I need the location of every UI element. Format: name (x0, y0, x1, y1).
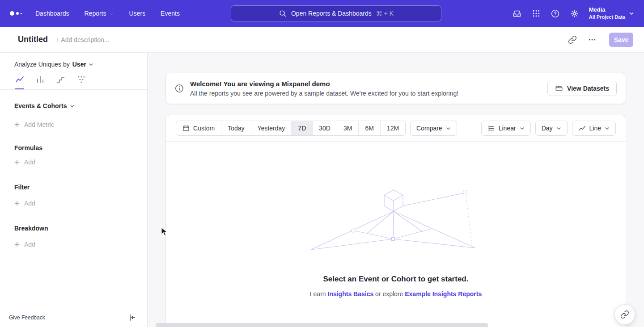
project-name: Media (589, 6, 625, 14)
banner-title: Welcome! You are viewing a Mixpanel demo (190, 80, 458, 88)
project-selector[interactable]: Media All Project Data (589, 6, 634, 20)
banner-subtitle: All the reports you see are powered by a… (190, 90, 458, 97)
link-icon (620, 310, 629, 319)
main-content: Welcome! You are viewing a Mixpanel demo… (148, 53, 644, 327)
add-breakdown-button[interactable]: Add (0, 241, 147, 248)
range-30d-button[interactable]: 30D (313, 121, 337, 135)
save-button[interactable]: Save (609, 33, 633, 47)
range-3m-button[interactable]: 3M (337, 121, 359, 135)
chevron-down-icon (605, 126, 610, 131)
plus-icon (14, 122, 20, 127)
range-6m-button[interactable]: 6M (359, 121, 380, 135)
interval-dropdown[interactable]: Day (535, 121, 568, 136)
apps-grid-icon[interactable] (532, 9, 541, 18)
metric-type-tabs (0, 68, 147, 90)
chevron-down-icon (109, 11, 114, 16)
line-chart-icon (578, 125, 586, 132)
formulas-section-title: Formulas (0, 144, 147, 151)
copy-link-icon[interactable] (566, 34, 579, 46)
calendar-icon (182, 125, 190, 132)
chevron-down-icon (556, 126, 561, 131)
plus-icon (14, 242, 20, 247)
report-card: Custom Today Yesterday 7D 30D 3M 6M 12M … (165, 115, 626, 327)
empty-state-illustration (311, 186, 481, 254)
range-custom-button[interactable]: Custom (176, 121, 221, 135)
add-metric-button[interactable]: Add Metric (0, 121, 147, 128)
global-search-input[interactable]: Open Reports & Dashboards ⌘ + K (231, 5, 441, 21)
horizontal-scrollbar[interactable] (156, 323, 488, 327)
add-formula-button[interactable]: Add (0, 159, 147, 166)
collapse-sidebar-icon[interactable] (128, 314, 136, 322)
chevron-down-icon (89, 62, 93, 67)
report-toolbar: Custom Today Yesterday 7D 30D 3M 6M 12M … (166, 115, 626, 142)
analyze-label: Analyze Uniques by (14, 61, 70, 68)
nav-item-dashboards[interactable]: Dashboards (35, 10, 69, 17)
report-header: Untitled + Add description... Save (0, 27, 644, 53)
share-link-fab[interactable] (614, 304, 635, 325)
report-title[interactable]: Untitled (18, 35, 48, 44)
breakdown-section-title: Breakdown (0, 225, 147, 232)
tab-insights-line-icon[interactable] (15, 75, 24, 89)
gear-icon[interactable] (570, 9, 579, 18)
empty-state-links: Learn Insights Basics or explore Example… (166, 290, 626, 298)
linear-scale-icon (487, 125, 495, 132)
tab-retention-steps-icon[interactable] (56, 75, 65, 89)
nav-item-reports[interactable]: Reports (85, 10, 114, 17)
give-feedback-link[interactable]: Give Feedback (9, 314, 45, 321)
chevron-down-icon (446, 126, 451, 131)
add-description-field[interactable]: + Add description... (56, 36, 109, 43)
analyze-value-dropdown[interactable]: User (72, 61, 93, 68)
search-placeholder: Open Reports & Dashboards (291, 10, 372, 17)
svg-text:?: ? (554, 11, 556, 16)
tab-bar-chart-icon[interactable] (36, 75, 45, 89)
more-options-icon[interactable] (586, 34, 598, 46)
analyze-uniques-row: Analyze Uniques by User (0, 53, 147, 68)
chart-type-dropdown[interactable]: Line (572, 121, 616, 136)
mixpanel-logo[interactable] (10, 11, 22, 16)
date-range-segmented-control: Custom Today Yesterday 7D 30D 3M 6M 12M (176, 121, 406, 136)
scale-dropdown[interactable]: Linear (481, 121, 531, 136)
info-icon (175, 84, 184, 93)
search-icon (279, 9, 287, 17)
insights-basics-link[interactable]: Insights Basics (328, 290, 374, 298)
welcome-banner: Welcome! You are viewing a Mixpanel demo… (165, 73, 626, 104)
tab-flows-dots-icon[interactable] (77, 75, 86, 89)
range-yesterday-button[interactable]: Yesterday (251, 121, 292, 135)
primary-nav: Dashboards Reports Users Events (35, 10, 180, 17)
filter-section-title: Filter (0, 184, 147, 191)
nav-item-users[interactable]: Users (129, 10, 146, 17)
empty-state: Select an Event or Cohort to get started… (166, 186, 626, 298)
events-cohorts-section[interactable]: Events & Cohorts (0, 102, 147, 109)
inbox-icon[interactable] (512, 8, 522, 18)
plus-icon (14, 159, 20, 165)
example-insights-reports-link[interactable]: Example Insights Reports (405, 290, 482, 298)
top-nav: Dashboards Reports Users Events Open Rep… (0, 0, 644, 27)
range-12m-button[interactable]: 12M (381, 121, 405, 135)
help-icon[interactable]: ? (551, 9, 560, 18)
chevron-down-icon (629, 11, 634, 16)
add-filter-button[interactable]: Add (0, 200, 147, 207)
range-7d-button[interactable]: 7D (292, 121, 313, 135)
chevron-down-icon (520, 126, 525, 131)
project-scope: All Project Data (589, 14, 625, 20)
chevron-down-icon (70, 104, 75, 109)
empty-state-title: Select an Event or Cohort to get started… (166, 275, 626, 284)
nav-item-events[interactable]: Events (161, 10, 180, 17)
compare-dropdown[interactable]: Compare (410, 121, 457, 136)
view-datasets-button[interactable]: View Datasets (547, 81, 617, 96)
folder-icon (555, 84, 563, 92)
search-shortcut: ⌘ + K (376, 10, 394, 17)
plus-icon (14, 201, 20, 206)
query-builder-sidebar: Analyze Uniques by User Events & Cohorts… (0, 53, 148, 327)
range-today-button[interactable]: Today (221, 121, 251, 135)
